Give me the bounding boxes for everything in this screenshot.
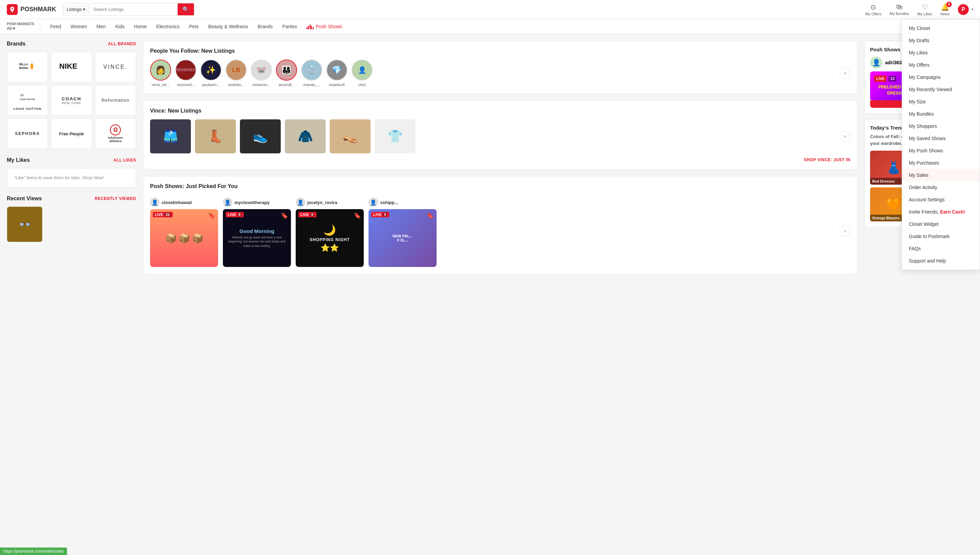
- bookmark-btn-2[interactable]: 🔖: [281, 212, 288, 219]
- my-offers-icon-item[interactable]: ⊙ My Offers: [865, 3, 881, 16]
- dropdown-invite-friends[interactable]: Invite Friends, Earn Cash!: [902, 206, 980, 218]
- avatar-secondl[interactable]: 👨‍👩‍👧 secondl...: [276, 59, 297, 87]
- nav-parties[interactable]: Parties: [277, 19, 302, 34]
- avatars-row: 👩 nene_ret... RESERVED reserved... ✨: [150, 59, 373, 87]
- avatar-renbonni[interactable]: 🐭 renbonni...: [251, 59, 272, 87]
- nav-posh-shows[interactable]: Posh Shows: [302, 19, 347, 34]
- avatar-label-essieluv4: essieluv4: [329, 83, 345, 87]
- dropdown-my-drafts[interactable]: My Drafts: [902, 34, 980, 47]
- listings-next-button[interactable]: ›: [839, 131, 850, 142]
- nav-feed[interactable]: Feed: [46, 19, 66, 34]
- nav-electronics[interactable]: Electronics: [151, 19, 184, 34]
- likes-label: My Likes: [917, 12, 932, 16]
- show-card-4[interactable]: 👤 sshipp... LIVE 9 🔖 NEW PAL...: [368, 195, 437, 267]
- avatar-toothdo[interactable]: LB toothdo...: [226, 59, 247, 87]
- bookmark-btn-4[interactable]: 🔖: [426, 212, 434, 219]
- user-menu-trigger[interactable]: P ▾: [958, 4, 973, 15]
- dropdown-my-shoppers[interactable]: My Shoppers: [902, 120, 980, 132]
- recently-viewed-link[interactable]: RECENTLY VIEWED: [95, 196, 136, 201]
- live-badge-4: LIVE 9: [371, 212, 389, 217]
- shows-next-button[interactable]: ›: [839, 226, 850, 236]
- search-button[interactable]: 🔍: [178, 3, 194, 15]
- show-host-name-1: closetinhawaii: [162, 200, 192, 205]
- brand-louis-vuitton[interactable]: LV LOUIS VUITTON LOUIS VUITTON: [7, 85, 48, 115]
- brand-lululemon[interactable]: Ω lululemon athletica: [95, 118, 136, 149]
- show-host-avatar-3: 👤: [296, 197, 305, 207]
- all-brands-link[interactable]: ALL BRANDS: [108, 42, 136, 46]
- logo[interactable]: POSHMARK: [7, 4, 56, 15]
- avatar-img-secondl: 👨‍👩‍👧: [276, 59, 297, 80]
- listing-coat[interactable]: 🧥: [285, 119, 326, 153]
- posh-markets-selector[interactable]: POSH MARKETS All ▾: [7, 22, 40, 31]
- my-bundles-icon-item[interactable]: 🛍 My Bundles: [890, 3, 909, 16]
- dropdown-my-bundles[interactable]: My Bundles: [902, 108, 980, 120]
- nav-home[interactable]: Home: [129, 19, 151, 34]
- dropdown-my-saved-shows[interactable]: My Saved Shows: [902, 132, 980, 144]
- dropdown-account-settings[interactable]: Account Settings: [902, 194, 980, 206]
- show-card-1[interactable]: 👤 closetinhawaii LIVE 26 🔖 📦: [150, 195, 218, 267]
- all-likes-link[interactable]: ALL LIKES: [114, 158, 136, 162]
- bookmark-btn-3[interactable]: 🔖: [353, 212, 361, 219]
- nav-women[interactable]: Women: [66, 19, 92, 34]
- search-type-dropdown[interactable]: Listings ▾: [63, 5, 89, 14]
- recent-item-glasses[interactable]: 👓: [7, 207, 43, 242]
- search-input[interactable]: [89, 5, 178, 14]
- avatar-chs1[interactable]: 👤 chs1: [352, 59, 373, 87]
- dropdown-my-likes[interactable]: My Likes: [902, 47, 980, 59]
- live-badge-3: LIVE 9: [299, 212, 316, 217]
- show-img-2: LIVE 9 🔖 Good Morning Nobody can go back…: [223, 209, 291, 267]
- dropdown-support[interactable]: Support and Help: [902, 255, 980, 267]
- listing-boot[interactable]: 👢: [195, 119, 236, 153]
- dropdown-guide[interactable]: Guide to Poshmark: [902, 230, 980, 242]
- avatar-img-paularen: ✨: [201, 59, 222, 80]
- shop-vince-link[interactable]: SHOP VINCE: JUST IN: [804, 157, 850, 162]
- listing-shorts[interactable]: 🩳: [150, 119, 191, 153]
- shop-vince-link-container: SHOP VINCE: JUST IN: [150, 157, 850, 162]
- bookmark-btn-1[interactable]: 🔖: [208, 212, 215, 219]
- dropdown-faqs[interactable]: FAQs: [902, 242, 980, 255]
- posh-shows-title: Posh Shows: Just Picked For You: [150, 183, 850, 189]
- brand-billabong[interactable]: BILLA BONG: [7, 52, 48, 82]
- dropdown-my-campaigns[interactable]: My Campaigns: [902, 71, 980, 83]
- avatar-nene[interactable]: 👩 nene_ret...: [150, 59, 171, 87]
- brand-free-people[interactable]: Free People: [51, 118, 92, 149]
- nav-brands[interactable]: Brands: [253, 19, 277, 34]
- dropdown-my-posh-shows[interactable]: My Posh Shows: [902, 144, 980, 157]
- posh-shows-section: Posh Shows: Just Picked For You 👤 closet…: [143, 176, 858, 274]
- dropdown-my-purchases[interactable]: My Purchases: [902, 157, 980, 169]
- avatar-label-chs1: chs1: [358, 83, 366, 87]
- brand-reformation[interactable]: Reformation: [95, 85, 136, 115]
- my-likes-icon-item[interactable]: ♡ My Likes: [917, 3, 932, 16]
- avatar-reserved[interactable]: RESERVED reserved...: [175, 59, 196, 87]
- show-card-2[interactable]: 👤 myclosettherapy LIVE 9 🔖 Good Morn: [223, 195, 291, 267]
- dropdown-closet-widget[interactable]: Closet Widget: [902, 218, 980, 230]
- brand-coach[interactable]: COACH NEW YORK: [51, 85, 92, 115]
- brand-sephora[interactable]: SEPHORA: [7, 118, 48, 149]
- brand-nike[interactable]: NIKE: [51, 52, 92, 82]
- listing-shoes[interactable]: 👟: [240, 119, 281, 153]
- show-host-name-4: sshipp...: [380, 200, 398, 205]
- dropdown-my-closet[interactable]: My Closet: [902, 22, 980, 34]
- nav-beauty[interactable]: Beauty & Wellness: [204, 19, 253, 34]
- avatar-essieluv4[interactable]: 💎 essieluv4: [326, 59, 347, 87]
- dropdown-my-size[interactable]: My Size: [902, 96, 980, 108]
- posh-shows-bars-icon: [307, 24, 314, 29]
- nav-kids[interactable]: Kids: [111, 19, 129, 34]
- dropdown-order-activity[interactable]: Order Activity: [902, 181, 980, 194]
- nav-men[interactable]: Men: [92, 19, 110, 34]
- news-icon-item[interactable]: 🔔 6 News: [940, 3, 950, 16]
- avatars-next-button[interactable]: ›: [839, 68, 850, 79]
- avatar-paularen[interactable]: ✨ paularen...: [201, 59, 222, 87]
- listing-sandals[interactable]: 👡: [330, 119, 371, 153]
- dropdown-my-sales[interactable]: My Sales: [902, 169, 980, 181]
- avatar-manda[interactable]: 💍 manda_...: [301, 59, 322, 87]
- dropdown-recently-viewed[interactable]: My Recently Viewed: [902, 83, 980, 96]
- brand-vince[interactable]: VINCE.: [95, 52, 136, 82]
- dropdown-my-offers[interactable]: My Offers: [902, 59, 980, 71]
- brands-grid: BILLA BONG NIKE VINCE.: [7, 52, 136, 149]
- listing-top[interactable]: 👕: [374, 119, 416, 153]
- show-host-row-4: 👤 sshipp...: [368, 197, 437, 207]
- nav-pets[interactable]: Pets: [185, 19, 204, 34]
- show-card-3[interactable]: 👤 jocelyn_rovira LIVE 9 🔖 🌙: [296, 195, 364, 267]
- likes-placeholder[interactable]: "Like" items to save them for later. Sho…: [7, 168, 136, 188]
